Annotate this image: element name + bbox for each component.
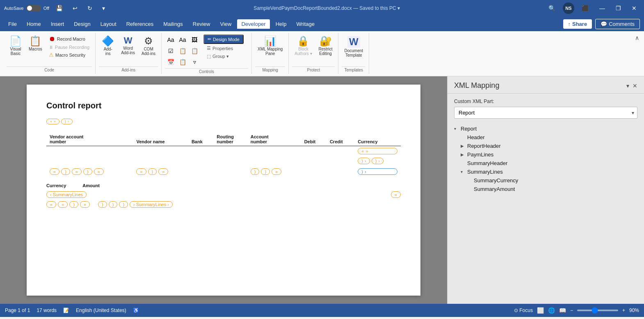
tree-item-summarycurrency[interactable]: SummaryCurrency (454, 176, 637, 185)
view-print-layout[interactable]: ⬜ (537, 307, 544, 314)
menu-file[interactable]: File (4, 19, 21, 29)
tree-item-summarylines[interactable]: ▾ SummaryLines (454, 168, 637, 176)
xml-mapping-pane-button[interactable]: 📊 XML MappingPane (255, 34, 285, 57)
menu-help[interactable]: Help (272, 19, 291, 29)
tree-item-paymlines[interactable]: ▶ PaymLines (454, 150, 637, 159)
zoom-slider[interactable] (577, 310, 618, 311)
ribbon-collapse-button[interactable]: ∧ (635, 34, 639, 41)
menu-insert[interactable]: Insert (47, 19, 69, 29)
record-macro-button[interactable]: ⏺ Record Macro (46, 34, 92, 44)
word-addins-icon: W (124, 36, 132, 45)
design-mode-button[interactable]: ✏ Design Mode (203, 34, 244, 44)
save-button[interactable]: 💾 (53, 3, 66, 13)
tree-label-summaryamount: SummaryAmount (474, 186, 515, 192)
minimize-button[interactable]: — (596, 3, 608, 13)
ctrl-btn-1[interactable]: Aa (165, 34, 176, 45)
ribbon-groups: 📄 VisualBasic 📋 Macros ⏺ Record Macro ⏸ … (0, 33, 644, 74)
autosave-label: AutoSave (4, 6, 24, 11)
title-bar: AutoSave Off 💾 ↩ ↻ ▾ SampleVendPaymDocRe… (0, 0, 644, 16)
menu-layout[interactable]: Layout (96, 19, 121, 29)
accessibility-icon: ♿ (133, 308, 139, 313)
title-bar-left: AutoSave Off 💾 ↩ ↻ ▾ (4, 3, 108, 13)
table-row-3: « ) « ) » « ) » (46, 167, 401, 177)
page-info: Page 1 of 1 (5, 308, 30, 313)
document-area[interactable]: Control report « » ) › Vendor accountnum… (0, 76, 447, 304)
undo-button[interactable]: ↩ (69, 3, 81, 13)
tag-an-3: » (272, 168, 281, 175)
ctrl-btn-2[interactable]: Aa (177, 34, 188, 45)
properties-button[interactable]: ☰ Properties (203, 44, 244, 52)
col-bank: Bank (188, 133, 213, 146)
addins-group-content: 🔷 Add-ins W WordAdd-ins ⚙ COMAdd-ins (99, 34, 158, 66)
ctrl-btn-7[interactable]: 📅 (165, 57, 176, 67)
tree-item-summaryamount[interactable]: SummaryAmount (454, 185, 637, 193)
protect-group-label: Protect (292, 67, 335, 72)
cell-2-8: ) › ) › (354, 156, 401, 167)
cell-3-2: « ) » (133, 167, 188, 177)
search-button[interactable]: 🔍 (545, 3, 559, 13)
sum-tag-1: « (46, 201, 56, 208)
pause-recording-button[interactable]: ⏸ Pause Recording (46, 44, 92, 50)
menu-review[interactable]: Review (189, 19, 215, 29)
share-button[interactable]: ↑ Share (563, 19, 592, 29)
com-addins-icon: ⚙ (144, 36, 153, 46)
comments-button[interactable]: 💬 Comments (595, 19, 640, 29)
focus-button[interactable]: ⊙ Focus (514, 308, 533, 313)
restore-button[interactable]: ❐ (612, 3, 624, 13)
ctrl-btn-6[interactable]: 📋 (189, 46, 200, 56)
com-add-ins-button[interactable]: ⚙ COMAdd-ins (139, 34, 158, 57)
redo-button[interactable]: ↻ (84, 3, 96, 13)
xml-panel-close-button[interactable]: ✕ (633, 83, 637, 89)
menu-design[interactable]: Design (70, 19, 94, 29)
menu-mailings[interactable]: Mailings (159, 19, 187, 29)
mapping-group-label: Mapping (255, 67, 285, 72)
quick-access-dropdown[interactable]: ▾ (99, 3, 108, 13)
ctrl-btn-8[interactable]: 📋 (177, 57, 188, 67)
autosave-section: AutoSave Off (4, 5, 49, 11)
menu-view[interactable]: View (216, 19, 235, 29)
sum-tag-6: ) (109, 201, 118, 208)
table-row-1: « » (46, 146, 401, 156)
document-template-icon: W (347, 36, 360, 48)
ctrl-btn-9[interactable]: ▿ (189, 57, 200, 67)
tree-item-reportheader[interactable]: ▶ ReportHeader (454, 142, 637, 150)
view-read[interactable]: 📖 (559, 307, 566, 314)
tree-item-header[interactable]: Header (454, 133, 637, 142)
status-right: ⊙ Focus ⬜ 🌐 📖 − + 90% (514, 307, 639, 314)
restrict-editing-button[interactable]: 🔐 RestrictEditing (316, 34, 335, 57)
document-template-button[interactable]: W DocumentTemplate (342, 34, 365, 59)
menu-developer[interactable]: Developer (237, 19, 269, 29)
tree-item-report[interactable]: ▾ Report (454, 124, 637, 133)
ctrl-btn-3[interactable]: 🖼 (189, 34, 200, 45)
addins-group-label: Add-ins (99, 67, 158, 72)
add-ins-button[interactable]: 🔷 Add-ins (99, 34, 117, 57)
view-web[interactable]: 🌐 (548, 307, 555, 314)
currency-label: Currency (46, 183, 66, 188)
col-vendor-account: Vendor accountnumber (46, 133, 133, 146)
autosave-toggle[interactable] (26, 5, 41, 11)
menu-home[interactable]: Home (23, 19, 45, 29)
word-add-ins-button[interactable]: W WordAdd-ins (119, 34, 137, 57)
visual-basic-button[interactable]: 📄 VisualBasic (7, 34, 25, 57)
custom-xml-select[interactable]: Report (454, 107, 637, 119)
menu-writage[interactable]: Writage (292, 19, 319, 29)
tree-item-summaryheader[interactable]: SummaryHeader (454, 159, 637, 168)
group-button[interactable]: ⬚ Group ▾ (203, 53, 244, 60)
close-button[interactable]: ✕ (628, 3, 640, 13)
tag-currency-2b: ) › (372, 158, 384, 164)
ctrl-btn-4[interactable]: ☑ (165, 46, 176, 56)
xml-panel-pin-button[interactable]: ▾ (626, 83, 629, 89)
block-authors-button[interactable]: 🔒 BlockAuthors ▾ (292, 34, 314, 57)
menu-references[interactable]: References (122, 19, 158, 29)
cell-3-8: ) › (354, 167, 401, 177)
cell-3-6 (301, 167, 327, 177)
macro-security-button[interactable]: ⚠ Macro Security (46, 51, 92, 59)
cell-3-7 (327, 167, 354, 177)
macros-button[interactable]: 📋 Macros (26, 34, 45, 53)
ribbon-display-button[interactable]: ⬛ (578, 3, 592, 13)
cell-2-5 (247, 156, 301, 167)
ctrl-btn-5[interactable]: 📋 (177, 46, 188, 56)
cell-3-5: ) ) » (247, 167, 301, 177)
summary-row-2: « « ) » ) ) ) › SummaryLines › (46, 201, 401, 208)
cell-2-3 (188, 156, 213, 167)
